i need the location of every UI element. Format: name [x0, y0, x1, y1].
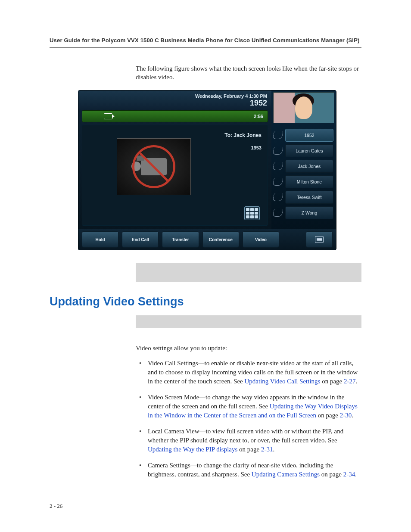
speed-dial-z-wong[interactable]: Z Wong — [273, 207, 333, 219]
list-text: on page — [316, 412, 340, 419]
handset-icon — [273, 209, 283, 217]
figure-intro: The following figure shows what the touc… — [136, 64, 361, 81]
softkey-bar: Hold End Call Transfer Conference Video — [78, 229, 336, 250]
touchscreen-figure: Wednesday, February 4 1:30 PM 1952 2:56 … — [78, 90, 336, 250]
softkey-conference[interactable]: Conference — [202, 231, 239, 248]
speed-dial-label: Z Wong — [285, 206, 333, 219]
list-item: Camera Settings—to change the clarity of… — [136, 461, 361, 479]
separator-bar — [136, 315, 361, 328]
active-call-bar[interactable]: 2:56 — [82, 110, 268, 122]
xref-link[interactable]: Updating Camera Settings — [252, 471, 320, 478]
softkey-transfer[interactable]: Transfer — [162, 231, 199, 248]
list-item: Local Camera View—to view full screen vi… — [136, 427, 361, 454]
list-text: Local Camera View—to view full screen vi… — [148, 428, 343, 444]
video-icon — [104, 113, 112, 119]
line-key-label: 1952 — [285, 129, 333, 142]
handset-icon — [273, 178, 283, 186]
speed-dial-label: Jack Jones — [285, 160, 333, 173]
call-to-number: 1953 — [224, 145, 262, 150]
list-text: . — [355, 471, 357, 478]
list-item: Video Screen Mode—to change the way vide… — [136, 393, 361, 420]
softkey-video[interactable]: Video — [243, 231, 279, 248]
speed-dial-teresa-swift[interactable]: Teresa Swift — [273, 191, 333, 203]
list-item: Video Call Settings—to enable or disable… — [136, 359, 361, 386]
handset-icon — [273, 147, 283, 155]
list-text: . — [273, 446, 274, 453]
page-ref-link[interactable]: 2-27 — [344, 378, 356, 385]
keypad-button[interactable] — [244, 206, 260, 220]
softkey-hold[interactable]: Hold — [82, 231, 118, 248]
running-header: User Guide for the Polycom VVX 1500 C Bu… — [50, 37, 361, 48]
softkey-applications[interactable] — [306, 231, 333, 248]
status-extension: 1952 — [250, 99, 267, 108]
call-duration: 2:56 — [254, 114, 263, 119]
speed-dial-label: Teresa Swift — [285, 191, 333, 204]
handset-icon — [273, 162, 283, 170]
speed-dial-lauren-gates[interactable]: Lauren Gates — [273, 145, 333, 157]
speed-dial-label: Lauren Gates — [285, 144, 333, 157]
section-lead: Video settings allow you to update: — [136, 344, 361, 353]
page-ref-link[interactable]: 2-31 — [261, 446, 273, 453]
line-key-1952[interactable]: 1952 — [273, 129, 333, 141]
page-number: 2 - 26 — [50, 503, 62, 510]
list-text: . — [355, 378, 357, 385]
xref-link[interactable]: Updating Video Call Settings — [245, 378, 321, 385]
softkey-spacer — [283, 232, 302, 247]
list-text: on page — [320, 471, 343, 478]
applications-icon — [315, 236, 324, 243]
speed-dial-jack-jones[interactable]: Jack Jones — [273, 160, 333, 172]
softkey-end-call[interactable]: End Call — [122, 231, 159, 248]
list-text: on page — [237, 446, 261, 453]
xref-link[interactable]: Updating the Way the PIP displays — [148, 446, 237, 453]
status-bar: Wednesday, February 4 1:30 PM 1952 — [78, 90, 271, 110]
page-ref-link[interactable]: 2-30 — [340, 412, 352, 419]
self-view-pip[interactable] — [273, 92, 334, 123]
page-ref-link[interactable]: 2-34 — [343, 471, 355, 478]
handset-icon — [273, 131, 283, 139]
no-video-placeholder — [117, 138, 191, 195]
list-text: . — [352, 412, 353, 419]
list-text: on page — [320, 378, 344, 385]
status-datetime: Wednesday, February 4 1:30 PM — [195, 93, 267, 99]
handset-icon — [273, 193, 283, 201]
separator-bar — [136, 263, 361, 282]
camera-disabled-icon — [132, 145, 175, 188]
speed-dial-milton-stone[interactable]: Milton Stone — [273, 176, 333, 188]
speed-dial-label: Milton Stone — [285, 175, 333, 188]
section-heading: Updating Video Settings — [50, 295, 361, 308]
video-area: To: Jack Jones 1953 — [82, 125, 268, 226]
call-to-label: To: Jack Jones — [224, 132, 262, 138]
